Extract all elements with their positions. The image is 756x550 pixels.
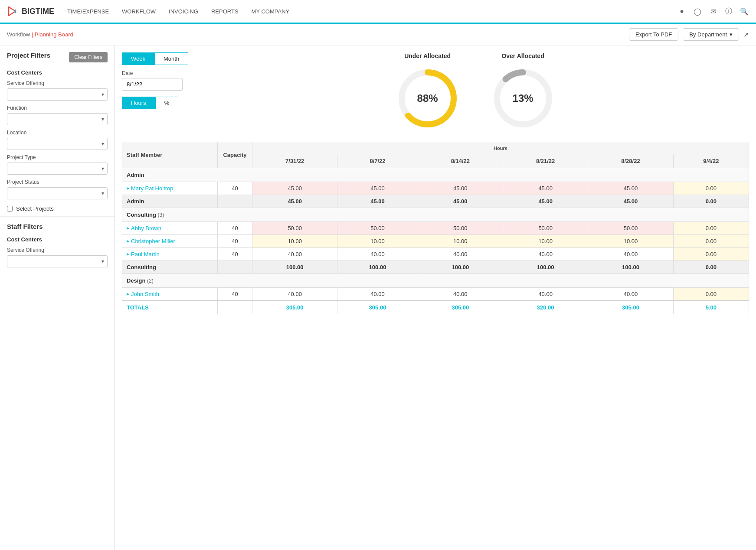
staff-link[interactable]: Abby Brown	[127, 225, 213, 231]
by-department-button[interactable]: By Department ▾	[683, 28, 739, 41]
date-header-3: 8/21/22	[503, 154, 588, 168]
breadcrumb: Workflow | Planning Board	[7, 31, 73, 38]
staff-service-offering-select[interactable]	[7, 255, 108, 267]
month-button[interactable]: Month	[154, 52, 188, 65]
date-input[interactable]	[122, 78, 183, 91]
under-allocated-donut: 88%	[393, 64, 462, 133]
breadcrumb-bar: Workflow | Planning Board Export To PDF …	[0, 24, 756, 46]
nav-icons: ● ◯ ✉ ⓘ 🔍	[670, 7, 749, 16]
value-cell: 40.00	[503, 288, 588, 301]
subtotal-cell: 0.00	[673, 261, 749, 274]
under-allocated-title: Under Allocated	[404, 52, 451, 59]
group-name: Admin	[127, 172, 144, 178]
select-projects-checkbox[interactable]	[7, 206, 13, 212]
value-cell: 10.00	[337, 235, 418, 248]
subtotal-cell: 45.00	[418, 195, 503, 208]
hours-button[interactable]: Hours	[122, 97, 155, 109]
percent-button[interactable]: %	[155, 97, 179, 109]
capacity-cell: 40	[218, 222, 252, 235]
capacity-cell: 40	[218, 182, 252, 195]
subtotal-cell: 100.00	[252, 261, 337, 274]
export-pdf-button[interactable]: Export To PDF	[629, 28, 678, 41]
week-button[interactable]: Week	[122, 52, 154, 65]
value-cell: 50.00	[252, 222, 337, 235]
hours-header: Hours	[252, 142, 749, 155]
capacity-header: Capacity	[218, 142, 252, 168]
hours-header-row: Staff Member Capacity Hours	[122, 142, 749, 155]
staff-service-offering-wrapper	[7, 255, 108, 267]
subtotal-label: Consulting	[122, 261, 218, 274]
nav-invoicing[interactable]: INVOICING	[169, 8, 198, 15]
staff-service-offering-label: Service Offering	[7, 247, 108, 253]
nav-reports[interactable]: REPORTS	[211, 8, 239, 15]
mail-icon[interactable]: ✉	[708, 7, 718, 16]
over-allocated-title: Over Allocated	[501, 52, 544, 59]
clear-filters-button[interactable]: Clear Filters	[69, 52, 108, 62]
project-status-select[interactable]	[7, 187, 108, 199]
nav-my-company[interactable]: MY COMPANY	[252, 8, 290, 15]
function-select[interactable]	[7, 113, 108, 125]
project-status-label: Project Status	[7, 179, 108, 185]
staff-cost-centers-title: Cost Centers	[7, 236, 108, 243]
capacity-cell: 40	[218, 248, 252, 261]
staff-link[interactable]: Paul Martin	[127, 251, 213, 257]
value-cell: 0.00	[673, 222, 749, 235]
subtotal-cell: 100.00	[503, 261, 588, 274]
logo: BIGTIME	[7, 5, 54, 17]
totals-cell: 5.00	[673, 301, 749, 314]
top-nav: BIGTIME TIME/EXPENSE WORKFLOW INVOICING …	[0, 0, 756, 24]
service-offering-select[interactable]	[7, 88, 108, 101]
project-type-select[interactable]	[7, 163, 108, 175]
logo-text: BIGTIME	[22, 7, 54, 16]
totals-row: TOTALS305.00305.00305.00320.00305.005.00	[122, 301, 749, 314]
svg-marker-0	[9, 7, 16, 16]
subtotal-cell: 100.00	[337, 261, 418, 274]
select-projects-label: Select Projects	[16, 205, 54, 212]
nav-time-expense[interactable]: TIME/EXPENSE	[67, 8, 109, 15]
select-projects-row: Select Projects	[7, 205, 108, 212]
user-icon[interactable]: ●	[677, 7, 687, 16]
date-header-4: 8/28/22	[588, 154, 673, 168]
help-icon[interactable]: ⓘ	[724, 7, 733, 16]
value-cell: 40.00	[337, 288, 418, 301]
value-cell: 50.00	[503, 222, 588, 235]
function-wrapper	[7, 113, 108, 125]
expand-icon[interactable]: ➚	[743, 30, 749, 39]
chevron-down-icon: ▾	[730, 31, 733, 38]
subtotal-empty	[218, 195, 252, 208]
location-label: Location	[7, 130, 108, 136]
group-name: Design (2)	[127, 277, 154, 284]
table-row: Paul Martin4040.0040.0040.0040.0040.000.…	[122, 248, 749, 261]
breadcrumb-base[interactable]: Workflow	[7, 31, 30, 38]
subtotal-row: Consulting100.00100.00100.00100.00100.00…	[122, 261, 749, 274]
value-cell: 40.00	[418, 248, 503, 261]
totals-cell: 320.00	[503, 301, 588, 314]
project-filters-section: Project Filters Clear Filters Cost Cente…	[0, 46, 115, 217]
over-allocated-donut: 13%	[488, 64, 558, 133]
breadcrumb-current: Planning Board	[35, 31, 73, 38]
staff-link[interactable]: John Smith	[127, 291, 213, 297]
totals-cell: 305.00	[588, 301, 673, 314]
group-header: Design (2)	[122, 274, 749, 288]
main-layout: Project Filters Clear Filters Cost Cente…	[0, 46, 756, 550]
planning-table: Staff Member Capacity Hours 7/31/22 8/7/…	[122, 142, 749, 314]
table-row: Abby Brown4050.0050.0050.0050.0050.000.0…	[122, 222, 749, 235]
staff-link[interactable]: Mary Pat Holtrop	[127, 185, 213, 192]
location-select[interactable]	[7, 138, 108, 150]
capacity-cell: 40	[218, 288, 252, 301]
nav-workflow[interactable]: WORKFLOW	[122, 8, 156, 15]
group-name: Consulting (3)	[127, 212, 164, 218]
value-cell: 45.00	[588, 182, 673, 195]
value-cell: 10.00	[418, 235, 503, 248]
value-cell: 10.00	[503, 235, 588, 248]
value-cell: 10.00	[588, 235, 673, 248]
value-cell: 45.00	[252, 182, 337, 195]
staff-link[interactable]: Christopher Miller	[127, 238, 213, 244]
search-icon[interactable]: 🔍	[740, 7, 749, 16]
table-row: John Smith4040.0040.0040.0040.0040.000.0…	[122, 288, 749, 301]
clock-icon[interactable]: ◯	[693, 7, 702, 16]
controls-row: Week Month Date Hours % Under Allocated	[122, 52, 749, 142]
location-wrapper	[7, 138, 108, 150]
totals-cell: 305.00	[337, 301, 418, 314]
service-offering-wrapper	[7, 88, 108, 101]
